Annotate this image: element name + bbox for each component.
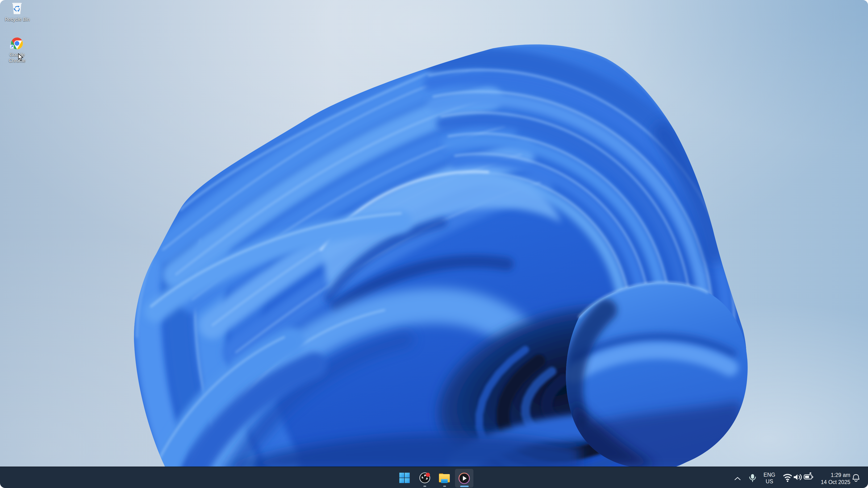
svg-text:ENG: ENG — [764, 472, 775, 478]
svg-text:1:29 am: 1:29 am — [831, 472, 850, 478]
svg-text:14 Oct 2025: 14 Oct 2025 — [821, 479, 850, 485]
svg-text:US: US — [766, 478, 773, 484]
